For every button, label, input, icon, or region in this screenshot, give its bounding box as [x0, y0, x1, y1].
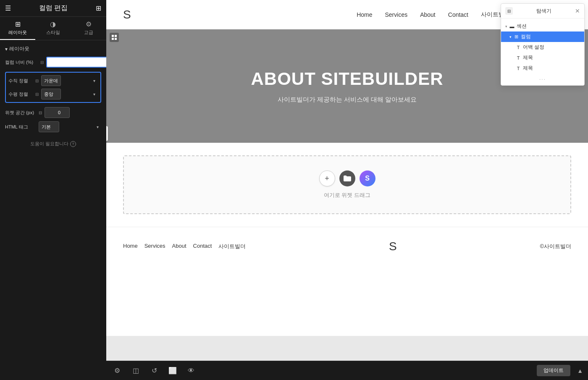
- hero-toggle-icon[interactable]: [110, 33, 119, 42]
- section-title: ▾ 레이아웃: [5, 45, 101, 52]
- tab-advanced-label: 고급: [84, 29, 93, 36]
- footer-brand[interactable]: 사이트빌더: [218, 243, 246, 250]
- layout-icon: ⊞: [15, 20, 21, 28]
- collapse-sidebar-button[interactable]: ‹: [106, 126, 108, 141]
- svg-rect-0: [112, 35, 114, 37]
- explorer-tree: ▾ ▬ 섹션 ▾ ⊞ 컬럼 T 어백 설정: [501, 18, 584, 85]
- tab-layout[interactable]: ⊞ 레이아웃: [0, 17, 35, 40]
- bottom-toolbar: ⚙ ◫ ↺ ⬜ 👁 업데이트 ▲: [106, 361, 588, 380]
- preview-icon[interactable]: 👁: [185, 365, 197, 377]
- html-tag-select[interactable]: 기본 div section article: [39, 121, 59, 132]
- horizontal-align-label: 수평 정렬: [8, 91, 34, 97]
- explorer-more: ...: [501, 73, 584, 83]
- advanced-icon: ⚙: [86, 20, 92, 28]
- vertical-align-label: 수직 정렬: [8, 78, 34, 84]
- title2-type-icon: T: [515, 66, 521, 71]
- tree-title1[interactable]: T 제목: [501, 52, 584, 63]
- tree-column-label: 컬럼: [521, 33, 531, 40]
- tree-spacer[interactable]: T 어백 설정: [501, 42, 584, 52]
- nav-about[interactable]: About: [420, 11, 436, 18]
- footer-logo: S: [389, 240, 397, 253]
- site-logo: S: [123, 8, 131, 21]
- sidebar-tabs: ⊞ 레이아웃 ◑ 스타일 ⚙ 고급: [0, 17, 106, 40]
- svg-rect-3: [115, 38, 117, 40]
- settings-icon[interactable]: ⚙: [111, 365, 123, 377]
- tree-section-label: 섹션: [517, 23, 527, 30]
- help-text-label: 도움이 필요합니다: [30, 141, 68, 147]
- folder-widget-button[interactable]: [339, 170, 355, 186]
- section-arrow-icon: ▾: [505, 24, 507, 29]
- footer-about[interactable]: About: [172, 243, 186, 250]
- grid-icon[interactable]: ⊞: [96, 4, 101, 12]
- tree-title2-label: 제목: [523, 65, 533, 72]
- column-width-input[interactable]: [46, 57, 106, 68]
- tab-advanced[interactable]: ⚙ 고급: [71, 17, 106, 40]
- update-button[interactable]: 업데이트: [537, 365, 570, 376]
- tree-section[interactable]: ▾ ▬ 섹션: [501, 21, 584, 31]
- section-type-icon: ▬: [509, 24, 515, 29]
- tab-style-label: 스타일: [46, 29, 60, 36]
- style-icon: ◑: [50, 20, 56, 28]
- layers-icon[interactable]: ◫: [130, 365, 142, 377]
- canvas-wrapper: ‹ S Home Services About Contact 사이트빌더 01…: [106, 0, 588, 361]
- footer-services[interactable]: Services: [144, 243, 165, 250]
- vertical-align-select[interactable]: 가운데 상단 하단: [41, 75, 61, 86]
- horizontal-align-row: 수평 정렬 ⊟ 중앙 왼쪽 오른쪽: [8, 89, 98, 100]
- tree-spacer-label: 어백 설정: [523, 44, 544, 51]
- help-text: 도움이 필요합니다 ?: [5, 141, 101, 147]
- horizontal-align-icon: ⊟: [35, 92, 39, 97]
- tree-title2[interactable]: T 제목: [501, 63, 584, 73]
- vertical-align-row: 수직 정렬 ⊟ 가운데 상단 하단: [8, 75, 98, 86]
- html-tag-row: HTML 태그 기본 div section article: [5, 121, 101, 132]
- vertical-align-icon: ⊟: [35, 79, 39, 83]
- device-icon[interactable]: ⬜: [167, 365, 178, 377]
- hamburger-icon[interactable]: ☰: [5, 4, 11, 12]
- column-width-label: 컬럼 너비 (%): [5, 59, 39, 66]
- collapse-arrow-icon[interactable]: ▾: [5, 46, 8, 52]
- hero-title: ABOUT SITEBUILDER: [251, 69, 444, 89]
- horizontal-align-select[interactable]: 중앙 왼쪽 오른쪽: [41, 89, 61, 100]
- tab-layout-label: 레이아웃: [8, 29, 27, 36]
- gap-label: 위젯 공간 (px): [5, 110, 39, 116]
- add-widget-button[interactable]: +: [319, 170, 335, 186]
- sidebar-content: ▾ 레이아웃 컬럼 너비 (%) ⊟ 수직 정렬 ⊟ 가운데 상단: [0, 40, 106, 380]
- explorer-close-button[interactable]: ✕: [575, 8, 580, 14]
- collapse-sidebar-area: ‹: [106, 126, 108, 141]
- bottom-chevron-icon[interactable]: ▲: [577, 367, 583, 374]
- tree-title1-label: 제목: [523, 54, 533, 61]
- footer-contact[interactable]: Contact: [193, 243, 212, 250]
- nav-home[interactable]: Home: [357, 11, 372, 18]
- history-icon[interactable]: ↺: [148, 365, 160, 377]
- main-area: ‹ S Home Services About Contact 사이트빌더 01…: [106, 0, 588, 380]
- explorer-header: ⊟ 탐색기 ✕: [501, 4, 584, 18]
- empty-section-text: 여기로 위젯 드래그: [324, 191, 370, 199]
- column-width-row: 컬럼 너비 (%) ⊟: [5, 57, 101, 68]
- tab-style[interactable]: ◑ 스타일: [35, 17, 71, 40]
- svg-rect-2: [112, 38, 114, 40]
- footer-home[interactable]: Home: [123, 243, 138, 250]
- explorer-title: 탐색기: [536, 8, 551, 15]
- footer-links: Home Services About Contact 사이트빌더: [123, 243, 246, 250]
- column-arrow-icon: ▾: [509, 35, 512, 39]
- left-sidebar: ☰ 컬럼 편집 ⊞ ⊞ 레이아웃 ◑ 스타일 ⚙ 고급 ▾ 레이아웃: [0, 0, 106, 380]
- gap-row: 위젯 공간 (px) ⊟: [5, 107, 101, 118]
- explorer-panel: ⊟ 탐색기 ✕ ▾ ▬ 섹션 ▾ ⊞ 컬럼: [501, 3, 585, 86]
- gap-icon: ⊟: [39, 110, 42, 115]
- title1-type-icon: T: [515, 55, 521, 60]
- s-widget-button[interactable]: S: [360, 170, 375, 186]
- sidebar-header: ☰ 컬럼 편집 ⊞: [0, 0, 106, 17]
- footer-copyright: ©사이트빌더: [540, 243, 571, 250]
- hero-subtitle: 사이트빌더가 제공하는 서비스에 대해 알아보세요: [278, 96, 417, 104]
- nav-services[interactable]: Services: [385, 11, 407, 18]
- column-type-icon: ⊞: [513, 34, 519, 39]
- help-icon[interactable]: ?: [70, 141, 76, 147]
- tree-column[interactable]: ▾ ⊞ 컬럼: [501, 31, 584, 42]
- nav-contact[interactable]: Contact: [448, 11, 468, 18]
- gap-input[interactable]: [45, 107, 70, 118]
- column-width-icon: ⊟: [40, 60, 44, 65]
- spacer-type-icon: T: [515, 45, 521, 50]
- explorer-collapse-button[interactable]: ⊟: [505, 7, 513, 15]
- sidebar-header-title: 컬럼 편집: [39, 4, 68, 13]
- html-tag-label: HTML 태그: [5, 124, 39, 130]
- alignment-group: 수직 정렬 ⊟ 가운데 상단 하단 수평 정렬 ⊟: [5, 72, 101, 103]
